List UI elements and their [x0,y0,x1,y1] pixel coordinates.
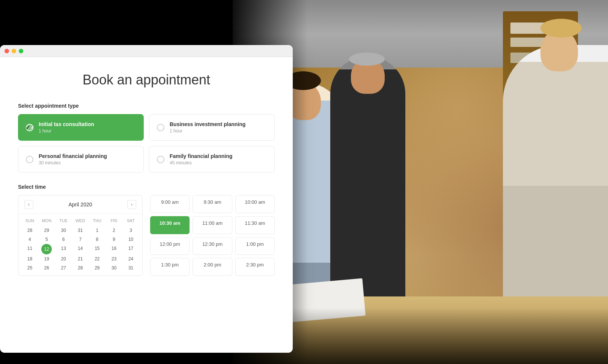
calendar: ‹ April 2020 › SUN MON TUE WED THU FRI S… [18,195,143,276]
calendar-date[interactable]: 2 [105,226,122,235]
calendar-date[interactable]: 9 [105,235,122,244]
maximize-button[interactable] [19,49,23,53]
appt-name-personal-financial: Personal financial planning [39,153,136,159]
calendar-date[interactable]: 28 [72,263,89,272]
person-2 [330,56,405,319]
calendar-date[interactable]: 29 [89,263,105,272]
calendar-date[interactable]: 6 [55,235,72,244]
hair-3 [540,19,582,38]
titlebar [0,45,293,57]
radio-initial-tax: ✓ [26,124,33,131]
hair-2 [349,53,385,66]
time-slot[interactable]: 9:00 am [150,195,190,213]
time-slot[interactable]: 2:00 pm [193,258,232,276]
calendar-days-header: SUN MON TUE WED THU FRI SAT [21,217,139,224]
calendar-date[interactable]: 15 [89,244,105,254]
calendar-date[interactable]: 27 [55,263,72,272]
day-label-wed: WED [72,217,89,224]
minimize-button[interactable] [12,49,16,53]
appt-duration-initial-tax: 1 hour [39,128,136,134]
appt-card-family-financial[interactable]: Family financial planning 45 minutes [149,146,275,173]
calendar-date[interactable]: 30 [55,226,72,235]
appt-card-personal-financial[interactable]: Personal financial planning 30 minutes [18,146,144,173]
check-icon: ✓ [26,124,30,131]
calendar-date[interactable]: 18 [21,254,38,263]
time-slot[interactable]: 2:30 pm [235,258,275,276]
day-label-sat: SAT [122,217,139,224]
radio-personal-financial [26,156,33,163]
time-slot[interactable]: 11:30 am [235,216,275,234]
appt-name-initial-tax: Initial tax consultation [39,121,136,127]
calendar-date[interactable]: 8 [89,235,105,244]
time-slots-grid: 9:00 am9:30 am10:00 am10:30 am11:00 am11… [150,195,275,276]
calendar-date[interactable]: 24 [122,254,139,263]
calendar-date[interactable]: 4 [21,235,38,244]
close-button[interactable] [5,49,9,53]
time-slot[interactable]: 10:30 am [150,216,190,234]
day-label-fri: FRI [105,217,122,224]
appt-info-business-investment: Business investment planning 1 hour [170,121,267,134]
time-slot[interactable]: 11:00 am [193,216,232,234]
person-3 [503,45,608,326]
appt-card-initial-tax[interactable]: ✓ Initial tax consultation 1 hour [18,114,144,141]
time-slot[interactable]: 12:00 pm [150,237,190,255]
calendar-date[interactable]: 22 [89,254,105,263]
appointment-type-grid: ✓ Initial tax consultation 1 hour Busine… [18,114,275,173]
calendar-dates: 2829303112345678910111213141516171819202… [21,226,139,272]
window-content: Book an appointment Select appointment t… [0,57,293,353]
page-title: Book an appointment [18,72,275,88]
appt-duration-family-financial: 45 minutes [170,160,267,165]
appt-duration-business-investment: 1 hour [170,128,267,134]
calendar-date[interactable]: 16 [105,244,122,254]
next-month-button[interactable]: › [127,200,136,209]
calendar-date[interactable]: 14 [72,244,89,254]
app-window: Book an appointment Select appointment t… [0,45,293,353]
calendar-date[interactable]: 21 [72,254,89,263]
appt-info-personal-financial: Personal financial planning 30 minutes [39,153,136,165]
time-slot[interactable]: 1:00 pm [235,237,275,255]
appt-info-family-financial: Family financial planning 45 minutes [170,153,267,165]
calendar-date[interactable]: 1 [89,226,105,235]
calendar-date[interactable]: 25 [21,263,38,272]
calendar-header: ‹ April 2020 › [18,196,142,214]
calendar-date[interactable]: 10 [122,235,139,244]
calendar-date[interactable]: 26 [38,263,55,272]
calendar-month: April 2020 [68,202,92,208]
prev-month-button[interactable]: ‹ [24,200,33,209]
appt-duration-personal-financial: 30 minutes [39,160,136,165]
appt-name-family-financial: Family financial planning [170,153,267,159]
time-selector: ‹ April 2020 › SUN MON TUE WED THU FRI S… [18,195,275,276]
calendar-date[interactable]: 31 [72,226,89,235]
calendar-date[interactable]: 12 [41,244,52,254]
radio-business-investment [157,124,164,131]
appt-name-business-investment: Business investment planning [170,121,267,127]
appt-info-initial-tax: Initial tax consultation 1 hour [39,121,136,134]
calendar-grid: SUN MON TUE WED THU FRI SAT 282930311234… [18,214,142,275]
calendar-date[interactable]: 7 [72,235,89,244]
calendar-date[interactable]: 19 [38,254,55,263]
time-slot[interactable]: 1:30 pm [150,258,190,276]
calendar-date[interactable]: 31 [122,263,139,272]
calendar-date[interactable]: 23 [105,254,122,263]
day-label-thu: THU [89,217,105,224]
day-label-mon: MON [38,217,55,224]
radio-family-financial [157,156,164,163]
calendar-date[interactable]: 5 [38,235,55,244]
calendar-date[interactable]: 13 [55,244,72,254]
calendar-date[interactable]: 29 [38,226,55,235]
day-label-sun: SUN [21,217,38,224]
calendar-date[interactable]: 28 [21,226,38,235]
time-slot[interactable]: 12:30 pm [193,237,232,255]
day-label-tue: TUE [55,217,72,224]
calendar-date[interactable]: 30 [105,263,122,272]
calendar-date[interactable]: 20 [55,254,72,263]
time-slot[interactable]: 10:00 am [235,195,275,213]
appt-card-business-investment[interactable]: Business investment planning 1 hour [149,114,275,141]
appointment-section-label: Select appointment type [18,103,275,109]
calendar-date[interactable]: 17 [122,244,139,254]
calendar-date[interactable]: 3 [122,226,139,235]
time-section-label: Select time [18,184,275,190]
calendar-date[interactable]: 11 [21,244,38,254]
time-slot[interactable]: 9:30 am [193,195,232,213]
